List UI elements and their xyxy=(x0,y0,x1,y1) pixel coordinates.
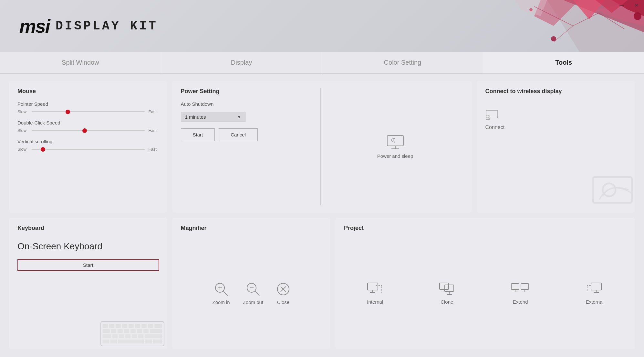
tab-tools[interactable]: Tools xyxy=(483,52,644,73)
connect-title: Connect to wireless display xyxy=(485,88,627,95)
auto-shutdown-label: Auto Shutdown xyxy=(181,101,317,107)
svg-rect-32 xyxy=(103,329,110,333)
keyboard-start-button[interactable]: Start xyxy=(17,259,159,271)
project-external-item[interactable]: External xyxy=(586,282,604,305)
magnifier-close-label: Close xyxy=(277,299,289,305)
svg-rect-37 xyxy=(137,329,142,333)
svg-rect-33 xyxy=(111,329,116,333)
double-click-label: Double-Click Speed xyxy=(17,120,159,125)
svg-rect-48 xyxy=(110,340,117,343)
tab-color-setting[interactable]: Color Setting xyxy=(322,52,483,73)
close-button[interactable]: ✕ xyxy=(629,0,644,10)
svg-rect-62 xyxy=(368,283,378,290)
power-setting-section: Power Setting Auto Shutdown 1 minutes ▼ … xyxy=(181,88,317,205)
project-clone-item[interactable]: Clone xyxy=(439,282,455,305)
project-title: Project xyxy=(344,225,627,232)
magnifier-panel: Magnifier Zoom in xyxy=(172,218,331,349)
display-kit-logo: DISPLAY KIT xyxy=(56,19,158,33)
connect-label: Connect xyxy=(485,124,505,130)
project-internal-item[interactable]: Internal xyxy=(367,282,383,305)
svg-rect-29 xyxy=(141,324,147,328)
svg-rect-42 xyxy=(119,334,124,338)
svg-rect-18 xyxy=(486,110,498,118)
pointer-speed-group: Pointer Speed Slow Fast xyxy=(17,101,159,114)
svg-rect-34 xyxy=(118,329,123,333)
pointer-speed-thumb[interactable] xyxy=(66,110,70,114)
double-click-thumb[interactable] xyxy=(82,128,87,133)
svg-rect-76 xyxy=(521,284,529,289)
mouse-title: Mouse xyxy=(17,88,159,95)
zoom-out-label: Zoom out xyxy=(243,299,263,305)
vertical-slow-label: Slow xyxy=(17,147,28,152)
svg-line-55 xyxy=(223,291,228,296)
magnifier-title: Magnifier xyxy=(181,225,322,232)
double-click-row: Slow Fast xyxy=(17,128,159,133)
power-setting-title: Power Setting xyxy=(181,88,317,95)
magnifier-close-icon xyxy=(276,282,290,296)
svg-rect-50 xyxy=(145,340,152,343)
cast-icon xyxy=(485,108,502,121)
project-panel: Project Internal xyxy=(336,218,635,349)
svg-rect-28 xyxy=(135,324,140,328)
svg-rect-26 xyxy=(122,324,127,328)
clone-label: Clone xyxy=(441,299,453,305)
zoom-in-item[interactable]: Zoom in xyxy=(212,282,230,305)
mouse-panel: Mouse Pointer Speed Slow Fast Double-Cli… xyxy=(9,81,167,212)
geo-decoration xyxy=(418,0,644,52)
msi-logo: msi xyxy=(19,15,50,37)
svg-rect-51 xyxy=(153,340,162,343)
svg-point-9 xyxy=(634,12,641,20)
svg-rect-27 xyxy=(129,324,134,328)
svg-rect-30 xyxy=(148,324,153,328)
minimize-button[interactable]: — xyxy=(614,0,629,10)
auto-shutdown-dropdown[interactable]: 1 minutes ▼ xyxy=(181,112,245,122)
power-btn-row: Start Cancel xyxy=(181,128,317,141)
project-icons: Internal Clone xyxy=(344,244,627,342)
logo-area: msi DISPLAY KIT xyxy=(19,15,158,37)
svg-rect-73 xyxy=(511,284,519,289)
svg-rect-39 xyxy=(150,329,162,333)
power-sleep-label: Power and sleep xyxy=(377,153,413,159)
pointer-speed-row: Slow Fast xyxy=(17,109,159,114)
nav-tabs: Split Window Display Color Setting Tools xyxy=(0,52,644,74)
svg-point-10 xyxy=(529,8,533,11)
pointer-fast-label: Fast xyxy=(149,109,159,114)
svg-rect-47 xyxy=(103,340,109,343)
tab-split-window[interactable]: Split Window xyxy=(0,52,161,73)
wifi-bg-icon xyxy=(587,164,635,212)
zoom-out-item[interactable]: Zoom out xyxy=(243,282,263,305)
double-fast-label: Fast xyxy=(149,128,159,133)
svg-rect-79 xyxy=(591,283,601,290)
keyboard-panel: Keyboard On-Screen Keyboard Start xyxy=(9,218,167,349)
power-sleep-section: Power and sleep xyxy=(320,88,463,205)
vertical-scroll-row: Slow Fast xyxy=(17,147,159,152)
svg-rect-44 xyxy=(132,334,137,338)
svg-rect-41 xyxy=(112,334,118,338)
vertical-scroll-track[interactable] xyxy=(32,149,145,150)
power-sleep-icon xyxy=(386,135,405,151)
double-click-track[interactable] xyxy=(32,130,145,131)
tab-display[interactable]: Display xyxy=(161,52,322,73)
keyboard-illustration xyxy=(100,321,165,347)
svg-rect-36 xyxy=(130,329,136,333)
zoom-in-label: Zoom in xyxy=(212,299,230,305)
svg-rect-40 xyxy=(103,334,111,338)
vertical-scroll-thumb[interactable] xyxy=(41,147,45,152)
svg-rect-38 xyxy=(143,329,149,333)
magnifier-close-item[interactable]: Close xyxy=(276,282,290,305)
svg-line-58 xyxy=(255,291,259,296)
clone-icon xyxy=(439,282,455,296)
dropdown-arrow-icon: ▼ xyxy=(237,115,241,119)
power-cancel-button[interactable]: Cancel xyxy=(219,128,258,141)
svg-rect-49 xyxy=(118,340,144,343)
svg-rect-25 xyxy=(116,324,121,328)
project-extend-item[interactable]: Extend xyxy=(511,282,530,305)
dropdown-value: 1 minutes xyxy=(185,114,206,120)
pointer-speed-track[interactable] xyxy=(32,111,145,112)
svg-rect-67 xyxy=(440,283,449,289)
external-label: External xyxy=(586,299,604,305)
extend-icon xyxy=(511,282,530,296)
svg-rect-70 xyxy=(445,285,454,291)
svg-rect-15 xyxy=(387,135,403,146)
power-start-button[interactable]: Start xyxy=(181,128,215,141)
